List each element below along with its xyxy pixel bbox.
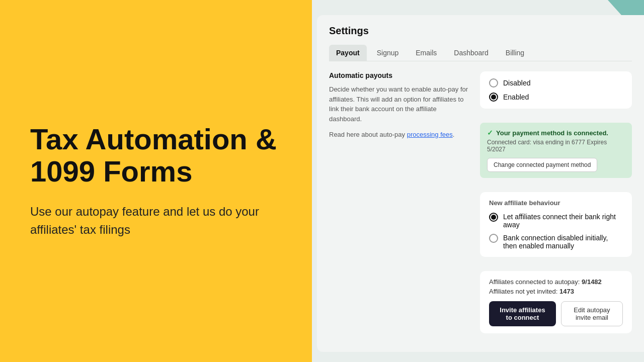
- radio-enabled[interactable]: Enabled: [489, 93, 623, 102]
- tabs-bar: Payout Signup Emails Dashboard Billing: [329, 45, 632, 61]
- settings-card: Settings Payout Signup Emails Dashboard …: [317, 15, 644, 352]
- right-panel: Settings Payout Signup Emails Dashboard …: [312, 0, 644, 362]
- behaviour-option2[interactable]: Bank connection disabled initially, then…: [489, 234, 623, 250]
- behaviour-option1-circle: [489, 213, 498, 222]
- settings-title: Settings: [329, 25, 632, 37]
- automatic-payouts-desc: Decide whether you want to enable auto-p…: [329, 84, 470, 124]
- settings-header: Settings Payout Signup Emails Dashboard …: [317, 15, 644, 61]
- radio-disabled-label: Disabled: [503, 79, 530, 87]
- tab-emails[interactable]: Emails: [409, 45, 444, 61]
- read-more-suffix: .: [453, 131, 455, 138]
- radio-enabled-label: Enabled: [503, 93, 529, 101]
- enable-disable-radio-group: Disabled Enabled: [480, 71, 632, 109]
- tab-dashboard[interactable]: Dashboard: [447, 45, 496, 61]
- behaviour-option1-label: Let affiliates connect their bank right …: [503, 213, 623, 229]
- behaviour-option2-label: Bank connection disabled initially, then…: [503, 234, 623, 250]
- affiliates-connected-value: 9/1482: [582, 278, 602, 286]
- processing-fees-link[interactable]: processing fees: [407, 131, 453, 138]
- stats-buttons: Invite affiliates to connect Edit autopa…: [489, 301, 623, 326]
- radio-enabled-circle: [489, 93, 498, 102]
- automatic-payouts-section: Automatic payouts Decide whether you wan…: [329, 71, 632, 333]
- tab-billing[interactable]: Billing: [499, 45, 531, 61]
- radio-disabled[interactable]: Disabled: [489, 78, 623, 87]
- sub-title: Use our autopay feature and let us do yo…: [30, 203, 282, 239]
- payment-connected-banner: ✓ Your payment method is connected. Conn…: [480, 123, 632, 178]
- automatic-payouts-left: Automatic payouts Decide whether you wan…: [329, 71, 470, 333]
- affiliates-connected-label: Affiliates connected to autopay:: [489, 278, 582, 286]
- main-title: Tax Automation & 1099 Forms: [30, 123, 282, 188]
- radio-disabled-circle: [489, 78, 498, 87]
- affiliates-not-invited-value: 1473: [559, 288, 574, 295]
- left-panel: Tax Automation & 1099 Forms Use our auto…: [0, 0, 312, 362]
- tab-signup[interactable]: Signup: [370, 45, 406, 61]
- settings-body: Automatic payouts Decide whether you wan…: [317, 61, 644, 352]
- automatic-payouts-right: Disabled Enabled ✓ Your payment method i…: [480, 71, 632, 333]
- affiliates-not-invited-stat: Affiliates not yet invited: 1473: [489, 288, 623, 295]
- affiliates-stats-section: Affiliates connected to autopay: 9/1482 …: [480, 271, 632, 333]
- new-affiliate-behaviour-title: New affiliate behaviour: [489, 199, 623, 207]
- invite-affiliates-button[interactable]: Invite affiliates to connect: [489, 301, 556, 326]
- behaviour-option1[interactable]: Let affiliates connect their bank right …: [489, 213, 623, 229]
- check-icon: ✓: [487, 129, 493, 137]
- affiliates-connected-stat: Affiliates connected to autopay: 9/1482: [489, 278, 623, 286]
- read-more-prefix: Read here about auto-pay: [329, 131, 407, 138]
- payment-banner-desc: Connected card: visa ending in 6777 Expi…: [487, 139, 625, 153]
- behaviour-option2-circle: [489, 234, 498, 243]
- processing-fees-text: Read here about auto-pay processing fees…: [329, 131, 470, 138]
- change-payment-method-button[interactable]: Change connected payment method: [487, 158, 597, 172]
- tab-payout[interactable]: Payout: [329, 45, 367, 61]
- payment-banner-title-text: Your payment method is connected.: [496, 129, 608, 137]
- payment-banner-title: ✓ Your payment method is connected.: [487, 129, 625, 137]
- new-affiliate-behaviour-section: New affiliate behaviour Let affiliates c…: [480, 192, 632, 257]
- automatic-payouts-label: Automatic payouts: [329, 71, 470, 79]
- affiliates-not-invited-label: Affiliates not yet invited:: [489, 288, 559, 295]
- edit-invite-email-button[interactable]: Edit autopay invite email: [561, 301, 623, 326]
